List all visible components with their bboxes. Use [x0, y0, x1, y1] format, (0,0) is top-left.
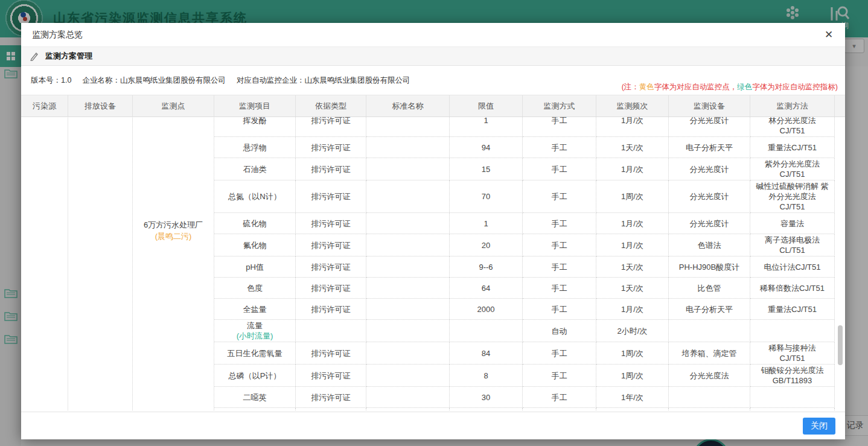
cell-standard	[366, 278, 450, 299]
cell-freq: 1月/次	[596, 299, 669, 320]
cell-device: 比色管	[669, 278, 750, 299]
note-yellow-word: 黄色	[639, 83, 654, 91]
cell-device: 电子分析天平	[669, 137, 750, 158]
column-header: 监测方式	[523, 95, 596, 116]
cell-limit: 94	[450, 137, 523, 158]
cell-device: 分光光度计	[669, 158, 750, 180]
cell-standard	[366, 387, 450, 408]
auto-company-field: 对应自动监控企业：山东晨鸣纸业集团股份有限公司	[237, 75, 410, 86]
close-button[interactable]: 关闭	[803, 418, 835, 435]
cell-freq: 1周/次	[596, 365, 669, 387]
cell-freq: 1周/次	[596, 180, 669, 213]
empty-cell	[596, 408, 669, 411]
note-green-word: 绿色	[737, 83, 752, 91]
cell-freq: 1天/次	[596, 137, 669, 158]
cell-basis: 排污许可证	[296, 234, 366, 256]
cell-freq: 1月/次	[596, 158, 669, 180]
cell-mode: 手工	[523, 365, 596, 387]
cell-device: 分光光度计	[669, 213, 750, 234]
note-mid: 字体为对应自动监控点，	[654, 83, 738, 91]
cell-basis: 排污许可证	[296, 180, 366, 213]
cell-standard	[366, 256, 450, 278]
version-field: 版本号：1.0	[31, 75, 71, 86]
company-field: 企业名称：山东晨鸣纸业集团股份有限公司	[82, 75, 226, 86]
cell-mode: 自动	[523, 320, 596, 342]
cell-item: 全盐量	[214, 299, 296, 320]
empty-cell	[669, 408, 750, 411]
cell-limit: 30	[450, 387, 523, 408]
cell-device: 色谱法	[669, 234, 750, 256]
table-row: 全盐量排污许可证2000手工1月/次电子分析天平重量法CJ/T51	[214, 299, 835, 320]
cell-device: 分光光度计	[669, 180, 750, 213]
cell-standard	[366, 117, 450, 137]
empty-cell	[450, 408, 523, 411]
table-body-scroll-area[interactable]: 6万方污水处理厂 (晨鸣二污) 挥发酚排污许可证1手工1月/次分光光度计蒸馏后4…	[21, 117, 845, 411]
cell-freq: 1月/次	[596, 117, 669, 137]
table-row: 色度排污许可证64手工1天/次比色管稀释倍数法CJ/T51	[214, 278, 835, 299]
column-header: 污染源	[21, 95, 68, 116]
cell-mode: 手工	[523, 256, 596, 278]
cell-method: 蒸馏后4-氨基安替比林分光光度法 CJ/T51	[750, 117, 835, 137]
discharge-equipment-merged-cell	[68, 117, 133, 411]
column-header: 依据类型	[296, 95, 366, 116]
cell-device	[669, 320, 750, 342]
cell-standard	[366, 213, 450, 234]
cell-basis: 排污许可证	[296, 117, 366, 137]
cell-basis: 排污许可证	[296, 158, 366, 180]
cell-basis	[296, 320, 366, 342]
cell-item: 总磷（以P计）	[214, 365, 296, 387]
modal-title: 监测方案总览	[32, 30, 83, 40]
cell-freq: 1周/次	[596, 342, 669, 365]
cell-basis: 排污许可证	[296, 299, 366, 320]
table-row: pH值排污许可证9--6手工1天/次PH-HJ90B酸度计电位计法CJ/T51	[214, 256, 835, 278]
monitor-point-merged-cell: 6万方污水处理厂 (晨鸣二污)	[133, 117, 214, 411]
cell-method	[750, 387, 835, 408]
column-header: 监测方法	[750, 95, 835, 116]
cell-item: 五日生化需氧量	[214, 342, 296, 365]
cell-method: 重量法CJ/T51	[750, 299, 835, 320]
cell-basis: 排污许可证	[296, 213, 366, 234]
cell-item: 悬浮物	[214, 137, 296, 158]
cell-mode: 手工	[523, 342, 596, 365]
cell-mode: 手工	[523, 234, 596, 256]
cell-basis: 排污许可证	[296, 365, 366, 387]
cell-method: 电位计法CJ/T51	[750, 256, 835, 278]
cell-method: 碱性过硫酸钾消解 紫外分光光度法 CJ/T51	[750, 180, 835, 213]
section-title: 监测方案管理	[45, 51, 92, 62]
cell-limit: 8	[450, 365, 523, 387]
cell-standard	[366, 342, 450, 365]
pollution-source-merged-cell	[21, 117, 68, 411]
color-legend-note: (注：黄色字体为对应自动监控点，绿色字体为对应自动监控指标)	[622, 82, 838, 92]
section-header: 监测方案管理	[21, 47, 845, 66]
cell-device: 培养箱、滴定管	[669, 342, 750, 365]
cell-item: 二噁英	[214, 387, 296, 408]
cell-mode: 手工	[523, 213, 596, 234]
cell-basis: 排污许可证	[296, 278, 366, 299]
column-header: 排放设备	[68, 95, 133, 116]
vertical-scrollbar-thumb[interactable]	[838, 325, 843, 365]
cell-method: 重量法CJ/T51	[750, 137, 835, 158]
cell-item: 氟化物	[214, 234, 296, 256]
column-header: 监测设备	[669, 95, 750, 116]
cell-device: 分光光度法	[669, 365, 750, 387]
table-row: 挥发酚排污许可证1手工1月/次分光光度计蒸馏后4-氨基安替比林分光光度法 CJ/…	[214, 117, 835, 137]
column-header: 监测点	[133, 95, 214, 116]
cell-method: 离子选择电极法 CL/T51	[750, 234, 835, 256]
monitor-point-label: 6万方污水处理厂 (晨鸣二污)	[133, 219, 214, 242]
cell-method	[750, 320, 835, 342]
cell-standard	[366, 234, 450, 256]
cell-standard	[366, 158, 450, 180]
column-header: 限值	[450, 95, 523, 116]
cell-device: 电子分析天平	[669, 299, 750, 320]
note-suffix: 字体为对应自动监控指标)	[752, 83, 838, 91]
close-icon[interactable]: ✕	[822, 28, 835, 42]
cell-method: 钼酸铵分光光度法 GB/T11893	[750, 365, 835, 387]
cell-method: 紫外分光光度法 CJ/T51	[750, 158, 835, 180]
empty-cell	[750, 408, 835, 411]
column-header: 监测频次	[596, 95, 669, 116]
table-row: 流量(小时流量)自动2小时/次	[214, 320, 835, 342]
cell-device: 分光光度计	[669, 117, 750, 137]
cell-mode: 手工	[523, 180, 596, 213]
cell-item: 石油类	[214, 158, 296, 180]
cell-limit: 9--6	[450, 256, 523, 278]
